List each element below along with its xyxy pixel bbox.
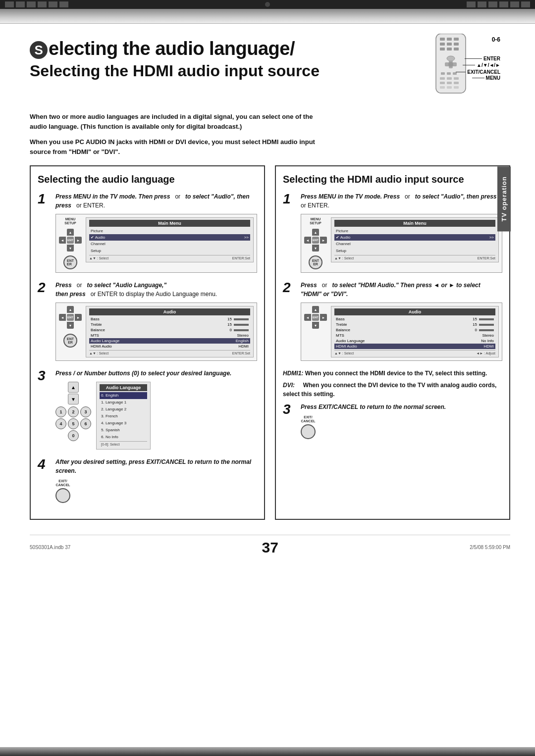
- dpad-right-2: ▲ ▼ ◄ ► ENT: [304, 306, 327, 329]
- remote-label-enter: ENTER: [483, 56, 500, 61]
- left-step-1: 1 Press MENU in the TV mode. Then press …: [38, 192, 257, 273]
- right-step-1: 1 Press MENU in the TV mode. Press or to…: [283, 192, 502, 273]
- svg-point-13: [448, 62, 453, 67]
- right-step-1-text: Press MENU in the TV mode. Press or to s…: [301, 192, 502, 210]
- left-step-4-content: After you desired setting, press EXIT/CA…: [55, 457, 257, 504]
- left-step-2-num: 2: [38, 281, 52, 295]
- r-audio-language: Audio LanguageNo Info: [334, 338, 495, 344]
- main-content: Selecting the audio language/ Selecting …: [0, 24, 535, 576]
- left-step-3-num: 3: [38, 369, 52, 383]
- dpad-left-2: ▲ ▼ ◄ ► ENT: [59, 306, 82, 329]
- remote-label-exit-row: EXIT/CANCEL: [456, 69, 500, 75]
- audio-menu-title-r2: Audio: [334, 308, 495, 315]
- menu-audio-selected: ✔ Audio>>: [89, 234, 250, 241]
- intro-text-2: When you use PC AUDIO IN jacks with HDMI…: [30, 137, 317, 156]
- two-column-layout: Selecting the audio language 1 Press MEN…: [30, 165, 510, 520]
- svg-rect-20: [440, 82, 445, 84]
- lang-0-english: 0. English: [100, 392, 147, 399]
- right-step-1-content: Press MENU in the TV mode. Press or to s…: [301, 192, 502, 273]
- left-step3-layout: ▲ ▼ 1 2 3 4 5: [55, 382, 257, 450]
- num-5[interactable]: 5: [68, 418, 79, 429]
- right-step-3: 3 Press EXIT/CANCEL to return to the nor…: [283, 403, 502, 440]
- remote-label-enter-row: ENTER: [465, 56, 500, 61]
- svg-point-10: [447, 56, 455, 61]
- right-step1-menu: MENUSETUP ▲ ▼ ◄ ► ENT ENTER: [301, 214, 502, 273]
- left-step-3: 3 Press / or Number buttons (0) to selec…: [38, 369, 257, 450]
- right-step-2-text: Press or to select "HDMI Audio." Then pr…: [301, 281, 502, 299]
- r-audio-mts: MTSStereo: [334, 333, 495, 338]
- left-step2-audio-screen: Audio Bass15 Treble15 Balance0 MTSStereo…: [86, 306, 254, 357]
- right-step2-remote: ▲ ▼ ◄ ► ENT: [304, 306, 327, 329]
- exit-cancel-area-left: EXIT/CANCEL: [55, 479, 257, 504]
- top-bar-center-deco: [265, 2, 270, 7]
- svg-rect-22: [454, 82, 459, 84]
- menu-channel: Channel: [89, 241, 250, 247]
- num-2[interactable]: 2: [68, 406, 79, 417]
- svg-rect-15: [447, 72, 451, 75]
- right-step-3-num: 3: [283, 403, 297, 416]
- menu-setup: Setup: [89, 248, 250, 254]
- svg-rect-5: [447, 43, 452, 46]
- lang-4: 4. Language 3: [100, 420, 147, 427]
- page-title-sub: Selecting the HDMI audio input source: [30, 61, 401, 80]
- audio-language-selected: Audio LanguageEnglish: [89, 338, 250, 344]
- left-step-4: 4 After you desired setting, press EXIT/…: [38, 457, 257, 504]
- footer-left: 50S0301A.indb 37: [30, 545, 70, 550]
- main-menu-title-l1: Main Menu: [89, 220, 250, 227]
- page-title-main: Selecting the audio language/: [30, 39, 401, 59]
- lang-3-french: 3. French: [100, 413, 147, 420]
- svg-rect-4: [440, 43, 445, 46]
- tv-operation-tab: TV operation: [497, 166, 511, 231]
- audio-menu-title-l2: Audio: [89, 308, 250, 315]
- r-audio-balance: Balance0: [334, 327, 495, 333]
- left-step1-menu: MENUSETUP ▲ ▼ ◄ ► ENT ENTER: [55, 214, 257, 273]
- svg-rect-1: [440, 38, 445, 41]
- left-step-2-content: Press or to select "Audio Language,"then…: [55, 281, 257, 361]
- audio-lang-screen: Audio Language 0. English 1. Language 1 …: [96, 382, 151, 450]
- num-4[interactable]: 4: [55, 418, 66, 429]
- footer-page: 37: [262, 539, 278, 556]
- right-step-2: 2 Press or to select "HDMI Audio." Then …: [283, 281, 502, 361]
- top-bar-left-deco: [5, 1, 68, 7]
- right-step1-screen: Main Menu Picture ✔ Audio>> Channel Setu…: [331, 217, 499, 262]
- right-step-3-text: Press EXIT/CANCEL to return to the norma…: [301, 403, 502, 411]
- right-step1-remote: MENUSETUP ▲ ▼ ◄ ► ENT ENTER: [304, 217, 327, 269]
- remote-label-arrows: ▲/▼/◄/►: [477, 62, 500, 68]
- menu-picture: Picture: [89, 228, 250, 234]
- remote-label-0-6: 0-6: [492, 36, 500, 43]
- lang-5-spanish: 5. Spanish: [100, 427, 147, 434]
- lang-1: 1. Language 1: [100, 399, 147, 406]
- num-3[interactable]: 3: [80, 406, 91, 417]
- r-menu-setup: Setup: [334, 248, 495, 254]
- remote-control-area: 0-6 ENTER ▲/▼/◄/► EXIT/CANCEL: [411, 34, 510, 103]
- svg-rect-23: [440, 86, 445, 89]
- right-step2-menu: ▲ ▼ ◄ ► ENT Audio Bass15 Treble15 Balan: [301, 302, 502, 361]
- left-step-4-num: 4: [38, 457, 52, 471]
- dpad-left-1: ▲ ▼ ◄ ► ENT: [59, 229, 82, 252]
- svg-rect-9: [454, 48, 459, 50]
- left-step-1-text: Press MENU in the TV mode. Then press or…: [55, 192, 257, 210]
- lang-6-noinfo: 6. No Info: [100, 434, 147, 441]
- menu-setup-label: MENUSETUP: [64, 217, 76, 225]
- number-buttons-area: ▲ ▼ 1 2 3 4 5: [55, 382, 91, 441]
- right-step-1-num: 1: [283, 192, 297, 206]
- hdmi-note: HDMI1: When you connect the HDMI device …: [283, 369, 502, 378]
- lang-footer: [0-6]: Select: [100, 441, 147, 447]
- audio-treble: Treble15: [89, 322, 250, 327]
- main-menu-title-r1: Main Menu: [334, 220, 495, 227]
- num-1[interactable]: 1: [55, 406, 66, 417]
- nav-arrows-left3: ▲ ▼: [55, 382, 91, 404]
- r-audio-bass: Bass15: [334, 316, 495, 322]
- audio-mts: MTSStereo: [89, 333, 250, 338]
- audio-balance: Balance0: [89, 327, 250, 333]
- right-section: Selecting the HDMI audio input source 1 …: [275, 165, 510, 520]
- left-step2-menu: ▲ ▼ ◄ ► ENT ENTER Audio: [55, 302, 257, 361]
- svg-rect-21: [447, 82, 452, 84]
- num-6[interactable]: 6: [80, 418, 91, 429]
- footer: 50S0301A.indb 37 37 2/5/08 5:59:00 PM: [30, 535, 510, 556]
- r-menu-picture: Picture: [334, 228, 495, 234]
- num-row-2: 4 5 6: [55, 418, 91, 429]
- left-section: Selecting the audio language 1 Press MEN…: [30, 165, 265, 520]
- num-0[interactable]: 0: [68, 430, 79, 441]
- header-strip: [0, 9, 535, 24]
